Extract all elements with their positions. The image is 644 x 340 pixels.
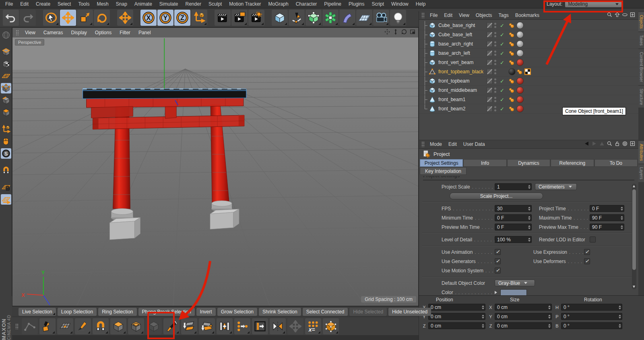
move-tool-tool-button[interactable]: [287, 318, 303, 334]
value-field[interactable]: 0 F: [590, 205, 624, 212]
last-used-tool-button[interactable]: [117, 10, 133, 26]
viewport-menu-options[interactable]: Options: [91, 30, 116, 35]
value-field[interactable]: 0 cm: [495, 313, 552, 320]
side-tab-layers[interactable]: Layers: [638, 164, 644, 182]
phong-tag-icon[interactable]: [508, 31, 515, 38]
value-field[interactable]: 30: [495, 205, 532, 212]
add-cube-button[interactable]: [272, 10, 288, 26]
viewport-pan-icon[interactable]: [384, 29, 390, 37]
object-name[interactable]: front_vert_beam: [438, 60, 473, 65]
material-tag-gray[interactable]: [516, 40, 524, 48]
texture-mode-button[interactable]: [1, 59, 11, 69]
brush-tool-button[interactable]: [75, 318, 91, 334]
phong-tag-icon[interactable]: [508, 106, 515, 112]
viewport-menu-panel[interactable]: Panel: [134, 30, 155, 35]
points-mode-button[interactable]: [1, 83, 11, 93]
attribute-manager-add-icon[interactable]: [630, 141, 636, 148]
menu-create[interactable]: Create: [32, 1, 54, 7]
deformer-button[interactable]: [339, 10, 355, 26]
phong-tag-icon[interactable]: [508, 22, 515, 29]
viewport-menu-display[interactable]: Display: [67, 30, 91, 35]
knife-tool-button[interactable]: [163, 318, 180, 334]
viewport-menu-filter[interactable]: Filter: [116, 30, 134, 35]
value-field[interactable]: 0 cm: [428, 322, 485, 329]
material-tag-red[interactable]: [516, 105, 524, 112]
value-field[interactable]: 90 F: [590, 224, 624, 230]
tab-project-settings[interactable]: Project Settings: [420, 159, 463, 167]
extrude-inner-tool-button[interactable]: [128, 318, 144, 334]
hide-unselected-button[interactable]: Hide Unselected: [388, 308, 431, 316]
object-manager-menu-file[interactable]: File: [427, 12, 441, 18]
value-field[interactable]: 0 °: [561, 304, 622, 311]
phong-tag-icon[interactable]: [508, 59, 515, 66]
light-button[interactable]: [390, 10, 406, 26]
layer-toggle[interactable]: [487, 23, 493, 29]
viewport-orbit-icon[interactable]: [401, 29, 407, 37]
side-tab-attributes[interactable]: Attributes: [638, 141, 644, 164]
edges-mode-button[interactable]: [1, 95, 11, 106]
value-field[interactable]: 100 %: [495, 236, 532, 243]
object-name[interactable]: front_middlebeam: [438, 87, 477, 93]
lock-y-axis-button[interactable]: Y: [157, 10, 173, 26]
visibility-dots[interactable]: [494, 51, 496, 56]
layer-toggle[interactable]: [487, 41, 493, 47]
material-tag-red[interactable]: [516, 87, 524, 94]
menu-window[interactable]: Window: [388, 1, 412, 7]
object-row-front-topbeam[interactable]: front_topbeam✓: [419, 77, 638, 86]
menu-plugins[interactable]: Plugins: [345, 1, 368, 7]
attribute-manager-history-forward-icon[interactable]: [591, 141, 597, 148]
planar-workplane-button[interactable]: [1, 194, 11, 205]
object-name[interactable]: front_beam1: [438, 97, 465, 102]
scale-project-button[interactable]: Scale Project...: [450, 193, 543, 199]
viewport-toggle-view-icon[interactable]: [409, 29, 416, 37]
edge-cut-tool-button[interactable]: [234, 318, 250, 334]
side-tab-structure[interactable]: Structure: [638, 86, 644, 108]
material-tag-black[interactable]: [508, 68, 516, 75]
material-tag-red[interactable]: [516, 77, 524, 85]
spline-pen-button[interactable]: [289, 10, 305, 26]
object-manager-menu-view[interactable]: View: [456, 12, 473, 18]
menu-animate[interactable]: Animate: [131, 1, 156, 7]
color-swatch[interactable]: [500, 289, 527, 296]
checkbox[interactable]: ✓: [495, 249, 501, 255]
select-connected-button[interactable]: Select Connected: [303, 308, 348, 316]
visibility-dots[interactable]: [494, 79, 496, 84]
set-point-value-tool-button[interactable]: x=: [305, 318, 321, 334]
material-tag-red[interactable]: [516, 59, 524, 66]
object-row-front-topbeam-black[interactable]: front_topbeam_black: [419, 67, 638, 77]
object-row-front-vert-beam[interactable]: front_vert_beam✓: [419, 58, 638, 67]
object-name[interactable]: Cube_base_left: [438, 32, 472, 37]
move-button[interactable]: [60, 10, 76, 26]
layer-toggle[interactable]: [487, 69, 493, 75]
visibility-dots[interactable]: [494, 41, 496, 47]
material-tag-gray[interactable]: [516, 31, 524, 38]
checkbox[interactable]: ✓: [584, 249, 590, 255]
menu-sculpt[interactable]: Sculpt: [205, 1, 225, 7]
undo-button[interactable]: [3, 10, 19, 26]
subdivide-tool-button[interactable]: [57, 318, 73, 334]
value-field[interactable]: 0 cm: [428, 304, 485, 311]
dropdown[interactable]: Gray-Blue: [495, 280, 535, 286]
grow-selection-button[interactable]: Grow Selection: [217, 308, 257, 316]
polygons-mode-button[interactable]: [1, 107, 11, 118]
value-field[interactable]: 0 F: [495, 224, 532, 230]
dropdown[interactable]: Centimeters: [535, 183, 577, 190]
object-row-front-beam1[interactable]: front_beam1✓: [419, 95, 638, 104]
camera-view-badge[interactable]: Perspective: [15, 39, 44, 46]
render-to-picture-viewer-button[interactable]: [231, 10, 248, 26]
tab-dynamics[interactable]: Dynamics: [507, 159, 550, 167]
enabled-check[interactable]: ✓: [500, 106, 504, 112]
layer-toggle[interactable]: [487, 32, 493, 38]
object-name[interactable]: Cube_base_right: [438, 23, 475, 28]
shrink-selection-button[interactable]: Shrink Selection: [259, 308, 301, 316]
coordinate-system-button[interactable]: [191, 10, 207, 26]
object-name[interactable]: base_arch_left: [438, 50, 470, 56]
magnet-snap-button[interactable]: [1, 165, 11, 176]
viewport-zoom-icon[interactable]: [392, 29, 399, 37]
layer-toggle[interactable]: [487, 106, 493, 112]
phong-tag-icon[interactable]: [516, 68, 523, 75]
value-field[interactable]: 0 cm: [428, 313, 485, 320]
enabled-check[interactable]: ✓: [500, 87, 504, 93]
attribute-manager-lock-icon[interactable]: [614, 141, 620, 148]
material-tag-gray[interactable]: [516, 22, 524, 29]
